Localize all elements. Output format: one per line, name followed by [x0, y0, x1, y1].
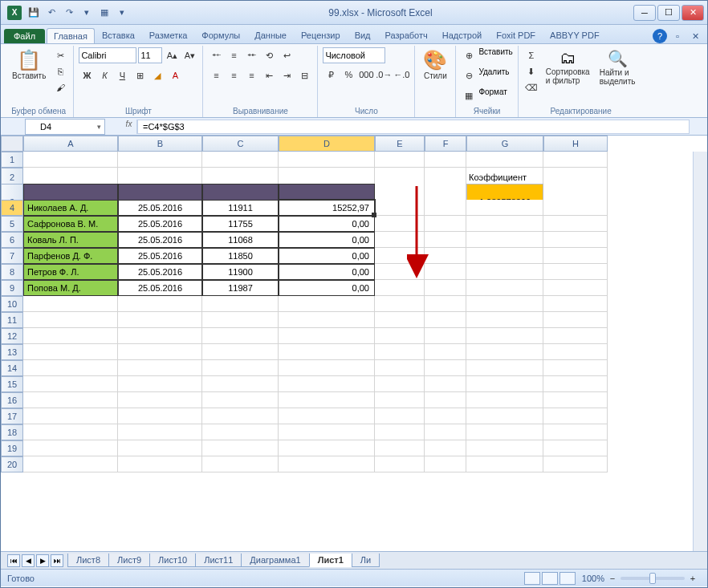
autosum-icon[interactable]: Σ — [523, 47, 539, 63]
cell-A1[interactable] — [23, 152, 118, 168]
cell-A10[interactable] — [23, 296, 118, 312]
cell-H15[interactable] — [543, 376, 608, 392]
cell-H17[interactable] — [543, 408, 608, 424]
column-header-G[interactable]: G — [466, 136, 543, 152]
cell-G1[interactable] — [466, 152, 543, 168]
spreadsheet-grid[interactable]: ABCDEFGH12Коэффициент3ИмяДатаСтавка, руб… — [1, 136, 707, 551]
zoom-in-button[interactable]: + — [685, 570, 701, 586]
cell-A17[interactable] — [23, 408, 118, 424]
cell-H9[interactable] — [543, 280, 608, 296]
cell-E6[interactable] — [375, 232, 425, 248]
cell-C20[interactable] — [202, 456, 279, 472]
cell-C10[interactable] — [202, 296, 279, 312]
minimize-ribbon-icon[interactable]: ▫ — [670, 29, 685, 43]
cell-E19[interactable] — [375, 440, 425, 456]
minimize-button[interactable]: ─ — [633, 5, 656, 21]
cell-E14[interactable] — [375, 360, 425, 376]
orientation-icon[interactable]: ⟲ — [261, 47, 277, 63]
cell-C18[interactable] — [202, 424, 279, 440]
view-normal-icon[interactable] — [524, 572, 540, 585]
column-header-F[interactable]: F — [425, 136, 466, 152]
row-header-8[interactable]: 8 — [1, 264, 23, 280]
cell-C14[interactable] — [202, 360, 279, 376]
bold-button[interactable]: Ж — [79, 67, 95, 83]
table-cell[interactable]: Николаев А. Д. — [23, 200, 118, 216]
sheet-tab-Лист8[interactable]: Лист8 — [67, 554, 109, 567]
cell-F13[interactable] — [425, 344, 466, 360]
decrease-indent-icon[interactable]: ⇤ — [261, 67, 277, 83]
cell-D16[interactable] — [279, 392, 375, 408]
formula-bar[interactable]: =C4*$G$3 — [137, 120, 690, 134]
doc-close-icon[interactable]: ✕ — [688, 29, 702, 43]
cell-B11[interactable] — [118, 312, 202, 328]
currency-icon[interactable]: ₽ — [323, 67, 339, 83]
cell-F20[interactable] — [425, 456, 466, 472]
increase-decimal-icon[interactable]: .0→ — [376, 67, 392, 83]
sheet-tab-Лист9[interactable]: Лист9 — [108, 554, 150, 567]
cell-E5[interactable] — [375, 216, 425, 232]
table-cell[interactable]: 11850 — [202, 248, 279, 264]
cell-A11[interactable] — [23, 312, 118, 328]
percent-icon[interactable]: % — [340, 67, 356, 83]
align-middle-icon[interactable]: ≡ — [226, 47, 242, 63]
zoom-out-button[interactable]: − — [604, 570, 621, 586]
find-select-button[interactable]: 🔍 Найти и выделить — [596, 47, 639, 87]
sheet-tab-Лист10[interactable]: Лист10 — [149, 554, 196, 567]
cell-F19[interactable] — [425, 440, 466, 456]
cell-G8[interactable] — [466, 264, 543, 280]
table-cell[interactable]: Сафронова В. М. — [23, 216, 118, 232]
view-layout-icon[interactable] — [542, 572, 558, 585]
cell-A12[interactable] — [23, 328, 118, 344]
cell-E15[interactable] — [375, 376, 425, 392]
table-cell[interactable]: 0,00 — [279, 216, 375, 232]
cell-H4[interactable] — [543, 200, 608, 216]
cell-H7[interactable] — [543, 248, 608, 264]
vertical-scrollbar[interactable] — [693, 152, 707, 551]
undo-icon[interactable]: ↶ — [44, 6, 59, 20]
cell-G20[interactable] — [466, 456, 543, 472]
qat-more-icon[interactable]: ▾ — [79, 6, 94, 20]
delete-cells-icon[interactable]: ⊖ — [461, 67, 477, 83]
cell-C17[interactable] — [202, 408, 279, 424]
tab-abbyy[interactable]: ABBYY PDF — [543, 27, 607, 43]
cell-D18[interactable] — [279, 424, 375, 440]
cell-E7[interactable] — [375, 248, 425, 264]
help-icon[interactable]: ? — [653, 29, 667, 43]
increase-indent-icon[interactable]: ⇥ — [279, 67, 295, 83]
column-header-D[interactable]: D — [279, 136, 375, 152]
decrease-decimal-icon[interactable]: ←.0 — [393, 67, 409, 83]
row-header-9[interactable]: 9 — [1, 280, 23, 296]
fx-button[interactable]: fx — [121, 120, 137, 134]
cell-A16[interactable] — [23, 392, 118, 408]
tab-nav-prev[interactable]: ◀ — [22, 554, 35, 567]
cell-H19[interactable] — [543, 440, 608, 456]
row-header-18[interactable]: 18 — [1, 424, 23, 440]
cell-G11[interactable] — [466, 312, 543, 328]
tab-review[interactable]: Рецензир — [294, 27, 348, 43]
cell-A20[interactable] — [23, 456, 118, 472]
cell-H10[interactable] — [543, 296, 608, 312]
table-cell[interactable]: 25.05.2016 — [118, 280, 202, 296]
cell-A13[interactable] — [23, 344, 118, 360]
table-cell[interactable]: 25.05.2016 — [118, 264, 202, 280]
column-header-C[interactable]: C — [202, 136, 279, 152]
column-header-E[interactable]: E — [375, 136, 425, 152]
sort-filter-button[interactable]: 🗂 Сортировка и фильтр — [543, 47, 593, 87]
cell-F9[interactable] — [425, 280, 466, 296]
row-header-17[interactable]: 17 — [1, 408, 23, 424]
wrap-text-icon[interactable]: ↩ — [279, 47, 295, 63]
table-cell[interactable]: 0,00 — [279, 264, 375, 280]
font-name-select[interactable] — [79, 47, 136, 63]
cell-D1[interactable] — [279, 152, 375, 168]
cell-F6[interactable] — [425, 232, 466, 248]
cell-A18[interactable] — [23, 424, 118, 440]
cell-D15[interactable] — [279, 376, 375, 392]
cell-F5[interactable] — [425, 216, 466, 232]
cell-C19[interactable] — [202, 440, 279, 456]
cell-C1[interactable] — [202, 152, 279, 168]
cell-G10[interactable] — [466, 296, 543, 312]
table-cell[interactable]: 15252,97 — [279, 200, 375, 216]
table-cell[interactable]: 11755 — [202, 216, 279, 232]
tab-view[interactable]: Вид — [348, 27, 378, 43]
cell-D20[interactable] — [279, 456, 375, 472]
